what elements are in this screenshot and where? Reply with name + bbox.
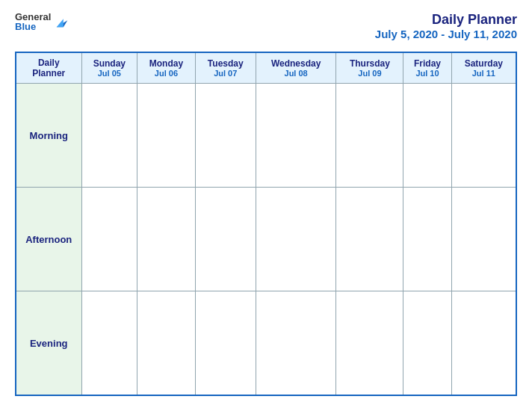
header-col-tuesday: TuesdayJul 07 <box>195 52 256 84</box>
corner-header: Daily Planner <box>16 52 81 84</box>
corner-line1: Daily <box>19 58 78 68</box>
logo-text: General Blue <box>15 12 51 31</box>
cell-morning-saturday <box>451 84 516 188</box>
cell-afternoon-tuesday <box>195 188 256 291</box>
table-row-evening: Evening <box>16 291 516 395</box>
logo-icon <box>54 13 70 30</box>
header-col-thursday: ThursdayJul 09 <box>336 52 403 84</box>
planner-title: Daily Planner <box>432 12 517 27</box>
title-block: Daily Planner July 5, 2020 - July 11, 20… <box>375 12 517 41</box>
cell-afternoon-friday <box>403 188 451 291</box>
cell-afternoon-saturday <box>451 188 516 291</box>
cell-morning-friday <box>403 84 451 188</box>
cell-morning-wednesday <box>256 84 336 188</box>
table-body: MorningAfternoonEvening <box>16 84 516 396</box>
row-label-afternoon: Afternoon <box>16 188 81 291</box>
row-label-morning: Morning <box>16 84 81 188</box>
cell-morning-sunday <box>81 84 137 188</box>
cell-morning-monday <box>137 84 196 188</box>
header-col-saturday: SaturdayJul 11 <box>451 52 516 84</box>
cell-evening-thursday <box>336 291 403 395</box>
cell-morning-thursday <box>336 84 403 188</box>
logo: General Blue <box>15 12 70 31</box>
page-header: General Blue Daily Planner July 5, 2020 … <box>15 12 517 41</box>
cell-evening-wednesday <box>256 291 336 395</box>
cell-afternoon-thursday <box>336 188 403 291</box>
planner-table: Daily Planner SundayJul 05MondayJul 06Tu… <box>15 52 517 396</box>
header-col-sunday: SundayJul 05 <box>81 52 137 84</box>
header-col-wednesday: WednesdayJul 08 <box>256 52 336 84</box>
table-row-morning: Morning <box>16 84 516 188</box>
cell-afternoon-sunday <box>81 188 137 291</box>
cell-evening-tuesday <box>195 291 256 395</box>
header-col-friday: FridayJul 10 <box>403 52 451 84</box>
logo-blue: Blue <box>15 22 51 31</box>
cell-afternoon-monday <box>137 188 196 291</box>
cell-morning-tuesday <box>195 84 256 188</box>
date-range: July 5, 2020 - July 11, 2020 <box>375 28 517 40</box>
row-label-evening: Evening <box>16 291 81 395</box>
cell-afternoon-wednesday <box>256 188 336 291</box>
cell-evening-sunday <box>81 291 137 395</box>
cell-evening-friday <box>403 291 451 395</box>
cell-evening-saturday <box>451 291 516 395</box>
corner-line2: Planner <box>19 68 78 78</box>
cell-evening-monday <box>137 291 196 395</box>
table-row-afternoon: Afternoon <box>16 188 516 291</box>
svg-marker-1 <box>57 19 64 27</box>
table-header-row: Daily Planner SundayJul 05MondayJul 06Tu… <box>16 52 516 84</box>
header-col-monday: MondayJul 06 <box>137 52 196 84</box>
